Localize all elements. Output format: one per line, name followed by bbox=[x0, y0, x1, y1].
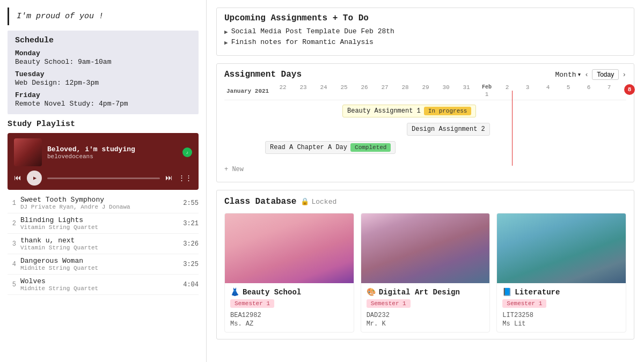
arrow-icon: ▶ bbox=[224, 28, 228, 35]
track-item[interactable]: 2 Blinding Lights Vitamin String Quartet… bbox=[8, 213, 199, 234]
card-code: LIT23258 bbox=[502, 312, 620, 319]
upcoming-item: ▶Finish notes for Romantic Analysis bbox=[224, 38, 626, 46]
track-artist: Vitamin String Quartet bbox=[20, 245, 179, 251]
date-cell: 30 bbox=[436, 84, 456, 98]
date-cell: 8 bbox=[619, 84, 640, 98]
semester-badge: Semester 1 bbox=[502, 299, 546, 308]
share-icon[interactable]: ⋮⋮ bbox=[178, 174, 192, 182]
calendar-header: Assignment Days Month ▾ ‹ Today › bbox=[224, 69, 626, 80]
track-name: Wolves bbox=[20, 277, 179, 285]
gantt-row: Design Assignment 2 bbox=[224, 121, 626, 139]
gantt-area: Beauty Assignment 1 In progress Design A… bbox=[224, 102, 626, 161]
locked-label: Locked bbox=[311, 198, 336, 206]
class-card[interactable]: 🎨 Digital Art Design Semester 1 DAD232 M… bbox=[361, 213, 491, 333]
schedule-day: Monday bbox=[15, 49, 191, 57]
completed-badge: Completed bbox=[350, 143, 391, 152]
semester-badge: Semester 1 bbox=[367, 299, 411, 308]
date-cell: Feb1 bbox=[477, 84, 497, 98]
schedule-day: Friday bbox=[15, 91, 191, 99]
player-controls[interactable]: ⏮ ⏭ ⋮⋮ bbox=[14, 171, 192, 186]
track-num: 1 bbox=[8, 200, 16, 207]
track-item[interactable]: 3 thank u, next Vitamin String Quartet 3… bbox=[8, 234, 199, 254]
design-assignment-label: Design Assignment 2 bbox=[412, 125, 485, 133]
locked-badge: 🔒 Locked bbox=[301, 197, 336, 206]
progress-bar[interactable] bbox=[47, 178, 160, 179]
upcoming-title: Upcoming Assignments + To Do bbox=[224, 13, 626, 23]
schedule-day: Tuesday bbox=[15, 70, 191, 78]
prev-button[interactable]: ⏮ bbox=[14, 174, 21, 182]
calendar-section: Assignment Days Month ▾ ‹ Today › Januar… bbox=[216, 63, 634, 182]
card-teacher: Mr. K bbox=[367, 320, 485, 328]
date-cell: 25 bbox=[334, 84, 354, 98]
album-art bbox=[14, 138, 42, 166]
play-button[interactable] bbox=[27, 171, 42, 186]
beauty-assignment-bar: Beauty Assignment 1 In progress bbox=[342, 105, 476, 117]
card-teacher: Ms Lit bbox=[502, 320, 620, 328]
track-artist: Midnite String Quartet bbox=[20, 265, 179, 271]
card-title: 🎨 Digital Art Design bbox=[367, 287, 485, 297]
prev-month-button[interactable]: ‹ bbox=[584, 71, 589, 79]
track-artist: Midnite String Quartet bbox=[20, 285, 179, 292]
track-item[interactable]: 1 Sweet Tooth Symphony DJ Private Ryan, … bbox=[8, 193, 199, 213]
date-cell: 5 bbox=[558, 84, 579, 98]
date-cell: 28 bbox=[395, 84, 415, 98]
card-icon: 🎨 bbox=[367, 287, 376, 297]
class-cards: 👗 Beauty School Semester 1 BEA12982 Ms. … bbox=[224, 213, 626, 333]
in-progress-badge: In progress bbox=[424, 107, 472, 115]
chevron-down-icon: ▾ bbox=[577, 70, 582, 79]
gantt-row: Read A Chapter A Day Completed bbox=[224, 139, 626, 157]
card-image bbox=[361, 213, 490, 283]
card-image bbox=[225, 213, 354, 283]
assignment-days-title: Assignment Days bbox=[224, 70, 302, 79]
track-info: Sweet Tooth Symphony DJ Private Ryan, An… bbox=[20, 196, 179, 210]
semester-badge: Semester 1 bbox=[230, 299, 274, 308]
card-icon: 📘 bbox=[502, 287, 511, 297]
read-chapter-label: Read A Chapter A Day bbox=[270, 144, 347, 151]
track-info: Blinding Lights Vitamin String Quartet bbox=[20, 216, 179, 231]
next-month-button[interactable]: › bbox=[622, 71, 626, 79]
design-assignment-bar: Design Assignment 2 bbox=[407, 123, 490, 136]
quote-text: I'm proud of you ! bbox=[17, 12, 104, 21]
track-duration: 3:26 bbox=[183, 240, 199, 248]
card-title: 📘 Literature bbox=[502, 287, 620, 297]
date-cell: 3 bbox=[517, 84, 538, 98]
track-item[interactable]: 4 Dangerous Woman Midnite String Quartet… bbox=[8, 254, 199, 275]
card-body: 🎨 Digital Art Design Semester 1 DAD232 M… bbox=[361, 283, 490, 332]
track-duration: 2:55 bbox=[183, 200, 199, 207]
class-db-title: Class Database bbox=[224, 197, 296, 206]
arrow-icon: ▶ bbox=[224, 39, 228, 46]
month-select[interactable]: Month ▾ bbox=[555, 70, 582, 79]
date-cell: 6 bbox=[579, 84, 599, 98]
track-item[interactable]: 5 Wolves Midnite String Quartet 4:04 bbox=[8, 275, 199, 295]
class-card[interactable]: 📘 Literature Semester 1 LIT23258 Ms Lit bbox=[496, 213, 626, 333]
new-entry-button[interactable]: + New bbox=[224, 166, 626, 173]
lock-icon: 🔒 bbox=[301, 197, 309, 206]
date-cell: 7 bbox=[599, 84, 619, 98]
player-artist: belovedoceans bbox=[47, 153, 177, 160]
player-info: Beloved, i'm studying belovedoceans bbox=[47, 145, 177, 160]
date-cell: 9 bbox=[640, 84, 644, 98]
track-duration: 3:25 bbox=[183, 261, 199, 268]
today-button[interactable]: Today bbox=[592, 69, 619, 80]
upcoming-text: Social Media Post Template Due Feb 28th bbox=[231, 27, 394, 35]
date-cell: 27 bbox=[375, 84, 395, 98]
track-duration: 4:04 bbox=[183, 281, 199, 289]
class-card[interactable]: 👗 Beauty School Semester 1 BEA12982 Ms. … bbox=[224, 213, 354, 333]
date-cell: 23 bbox=[293, 84, 313, 98]
track-name: Blinding Lights bbox=[20, 216, 179, 224]
next-button[interactable]: ⏭ bbox=[165, 174, 173, 182]
track-name: thank u, next bbox=[20, 237, 179, 245]
track-artist: DJ Private Ryan, Andre J Donawa bbox=[20, 204, 179, 210]
track-list: 1 Sweet Tooth Symphony DJ Private Ryan, … bbox=[8, 193, 199, 295]
card-image bbox=[497, 213, 626, 283]
card-teacher: Ms. AZ bbox=[230, 320, 348, 328]
track-num: 5 bbox=[8, 281, 16, 289]
cal-controls: Month ▾ ‹ Today › bbox=[555, 69, 627, 80]
track-num: 4 bbox=[8, 261, 16, 268]
date-cell: 29 bbox=[415, 84, 436, 98]
playlist-title: Study Playlist bbox=[8, 120, 199, 129]
read-chapter-bar: Read A Chapter A Day Completed bbox=[265, 141, 396, 154]
track-info: Wolves Midnite String Quartet bbox=[20, 277, 179, 292]
card-code: DAD232 bbox=[367, 312, 485, 319]
schedule-item: Web Design: 12pm-3pm bbox=[15, 79, 191, 87]
